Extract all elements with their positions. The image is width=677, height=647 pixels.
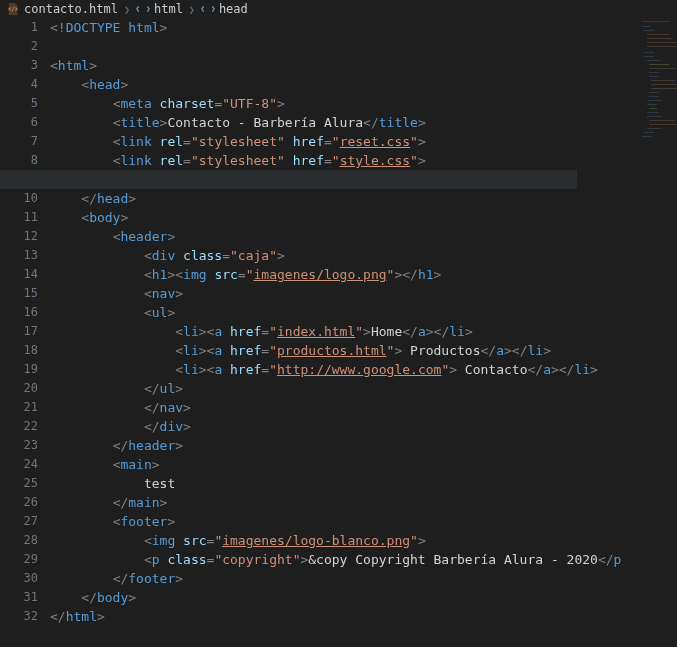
- code-line[interactable]: <ul>: [50, 303, 677, 322]
- line-number: 24: [0, 455, 38, 474]
- code-line[interactable]: <link rel="stylesheet" href="reset.css">: [50, 132, 677, 151]
- code-line[interactable]: <h1><img src="imagenes/logo.png"></h1>: [50, 265, 677, 284]
- tag-icon: [136, 2, 150, 16]
- line-number: 19: [0, 360, 38, 379]
- code-line[interactable]: <li><a href="http://www.google.com"> Con…: [50, 360, 677, 379]
- line-number: 26: [0, 493, 38, 512]
- line-number: 4: [0, 75, 38, 94]
- file-icon: [6, 2, 20, 16]
- code-line[interactable]: </nav>: [50, 398, 677, 417]
- code-line[interactable]: </div>: [50, 417, 677, 436]
- line-number: 8: [0, 151, 38, 170]
- line-number: 31: [0, 588, 38, 607]
- code-area[interactable]: <!DOCTYPE html><html> <head> <meta chars…: [50, 18, 677, 647]
- line-number: 17: [0, 322, 38, 341]
- code-line[interactable]: <title>Contacto - Barbería Alura</title>: [50, 113, 677, 132]
- chevron-right-icon: ❯: [124, 4, 130, 15]
- line-numbers: 1234567891011121314151617181920212223242…: [0, 18, 50, 647]
- line-number: 5: [0, 94, 38, 113]
- code-line[interactable]: <meta charset="UTF-8">: [50, 94, 677, 113]
- code-line[interactable]: <li><a href="index.html">Home</a></li>: [50, 322, 677, 341]
- line-number: 23: [0, 436, 38, 455]
- line-number: 21: [0, 398, 38, 417]
- code-line[interactable]: <header>: [50, 227, 677, 246]
- breadcrumb-seg-html[interactable]: html: [154, 2, 183, 16]
- line-number: 12: [0, 227, 38, 246]
- code-line[interactable]: <nav>: [50, 284, 677, 303]
- line-number: 6: [0, 113, 38, 132]
- code-line[interactable]: </html>: [50, 607, 677, 626]
- line-number: 18: [0, 341, 38, 360]
- code-line[interactable]: <link rel="stylesheet" href="style.css">: [50, 151, 677, 170]
- line-number: 1: [0, 18, 38, 37]
- line-number: 3: [0, 56, 38, 75]
- code-line[interactable]: <body>: [50, 208, 677, 227]
- breadcrumb-seg-head[interactable]: head: [219, 2, 248, 16]
- code-line[interactable]: </footer>: [50, 569, 677, 588]
- code-line[interactable]: <main>: [50, 455, 677, 474]
- code-line[interactable]: <footer>: [50, 512, 677, 531]
- line-number: 15: [0, 284, 38, 303]
- code-line[interactable]: <head>: [50, 75, 677, 94]
- line-number: 11: [0, 208, 38, 227]
- code-line[interactable]: <li><a href="productos.html"> Productos<…: [50, 341, 677, 360]
- code-line[interactable]: <img src="imagenes/logo-blanco.png">: [50, 531, 677, 550]
- code-line[interactable]: [0, 170, 577, 189]
- breadcrumb[interactable]: contacto.html ❯ html ❯ head: [0, 0, 677, 18]
- line-number: 14: [0, 265, 38, 284]
- line-number: 28: [0, 531, 38, 550]
- breadcrumb-file[interactable]: contacto.html: [24, 2, 118, 16]
- code-line[interactable]: <html>: [50, 56, 677, 75]
- line-number: 29: [0, 550, 38, 569]
- code-line[interactable]: test: [50, 474, 677, 493]
- code-line[interactable]: </main>: [50, 493, 677, 512]
- code-line[interactable]: </body>: [50, 588, 677, 607]
- chevron-right-icon: ❯: [189, 4, 195, 15]
- code-line[interactable]: <!DOCTYPE html>: [50, 18, 677, 37]
- line-number: 20: [0, 379, 38, 398]
- line-number: 30: [0, 569, 38, 588]
- line-number: 22: [0, 417, 38, 436]
- line-number: 10: [0, 189, 38, 208]
- code-line[interactable]: [50, 37, 677, 56]
- editor[interactable]: 1234567891011121314151617181920212223242…: [0, 18, 677, 647]
- tag-icon: [201, 2, 215, 16]
- code-line[interactable]: </ul>: [50, 379, 677, 398]
- line-number: 16: [0, 303, 38, 322]
- code-line[interactable]: </head>: [50, 189, 677, 208]
- line-number: 27: [0, 512, 38, 531]
- line-number: 25: [0, 474, 38, 493]
- code-line[interactable]: <div class="caja">: [50, 246, 677, 265]
- code-line[interactable]: </header>: [50, 436, 677, 455]
- line-number: 13: [0, 246, 38, 265]
- line-number: 2: [0, 37, 38, 56]
- line-number: 32: [0, 607, 38, 626]
- code-line[interactable]: <p class="copyright">&copy Copyright Bar…: [50, 550, 677, 569]
- line-number: 7: [0, 132, 38, 151]
